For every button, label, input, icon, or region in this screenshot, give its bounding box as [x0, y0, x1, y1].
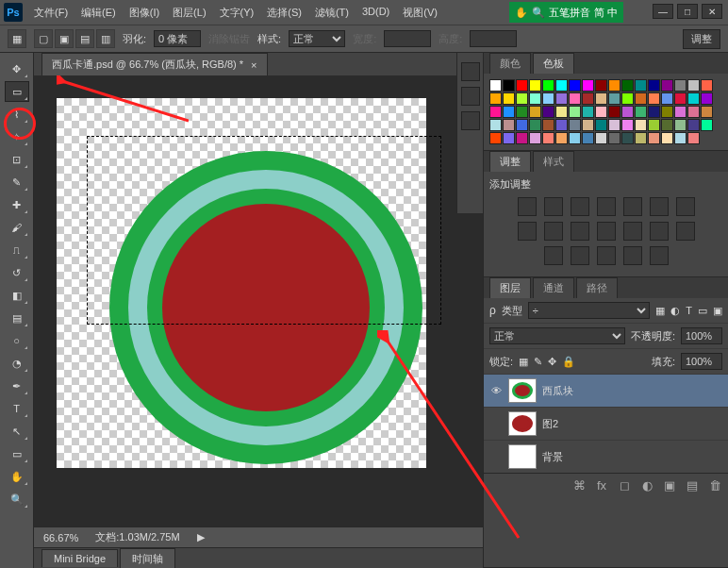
swatch[interactable]: [674, 132, 687, 144]
panel-tab[interactable]: 图层: [489, 277, 531, 298]
swatch[interactable]: [635, 106, 647, 118]
tool-history[interactable]: ↺: [5, 262, 29, 283]
swatch[interactable]: [503, 92, 515, 105]
swatch[interactable]: [542, 119, 554, 131]
adjustment-icon[interactable]: [571, 197, 589, 216]
swatch[interactable]: [648, 132, 660, 144]
swatch[interactable]: [661, 79, 673, 92]
swatch[interactable]: [595, 132, 607, 144]
swatch[interactable]: [569, 79, 581, 92]
swatch[interactable]: [595, 119, 607, 131]
adjustment-icon[interactable]: [597, 222, 616, 241]
panel-tab[interactable]: 通道: [533, 277, 574, 298]
swatch[interactable]: [635, 92, 647, 105]
swatch[interactable]: [608, 92, 620, 105]
layer-mask-icon[interactable]: ◻: [617, 477, 632, 493]
swatch[interactable]: [635, 119, 647, 131]
adjustment-icon[interactable]: [597, 197, 616, 216]
swatch[interactable]: [529, 119, 541, 131]
swatch[interactable]: [555, 92, 568, 105]
swatch[interactable]: [701, 106, 713, 118]
menu-item[interactable]: 文件(F): [28, 3, 74, 23]
swatch[interactable]: [608, 119, 620, 131]
swatch[interactable]: [582, 132, 594, 144]
adjustment-icon[interactable]: [676, 222, 695, 241]
tool-pen[interactable]: ✒: [5, 376, 29, 396]
swatch[interactable]: [661, 132, 673, 144]
swatch[interactable]: [621, 106, 634, 118]
adjustment-icon[interactable]: [518, 222, 537, 241]
fill-input[interactable]: [681, 353, 722, 370]
swatch[interactable]: [555, 106, 568, 118]
adjustment-icon[interactable]: [597, 246, 616, 265]
zoom-level[interactable]: 66.67%: [43, 532, 78, 543]
tool-heal[interactable]: ✚: [5, 194, 29, 215]
swatch[interactable]: [582, 106, 594, 118]
adjustment-icon[interactable]: [650, 222, 669, 241]
panel-tab[interactable]: 颜色: [489, 53, 531, 74]
new-layer-icon[interactable]: ▤: [685, 477, 700, 493]
document-tab[interactable]: 西瓜卡通.psd @ 66.7% (西瓜块, RGB/8) * ×: [41, 53, 268, 75]
menu-item[interactable]: 图像(I): [124, 3, 165, 23]
layer-thumbnail[interactable]: [508, 378, 537, 403]
close-icon[interactable]: ×: [251, 59, 256, 71]
adjustment-icon[interactable]: [623, 246, 642, 265]
lock-all-icon[interactable]: 🔒: [562, 356, 575, 368]
group-icon[interactable]: ▣: [662, 477, 677, 493]
swatch[interactable]: [529, 92, 541, 105]
strip-icon-3[interactable]: [461, 111, 480, 130]
swatch[interactable]: [621, 119, 634, 131]
swatch[interactable]: [595, 92, 607, 105]
minimize-button[interactable]: —: [653, 4, 673, 19]
tool-blur[interactable]: ○: [5, 330, 29, 351]
swatch[interactable]: [661, 106, 673, 118]
selection-subtract-icon[interactable]: ▤: [75, 29, 94, 48]
tool-crop[interactable]: ⊡: [5, 149, 29, 170]
canvas[interactable]: [57, 98, 426, 468]
swatch[interactable]: [687, 92, 700, 105]
lock-transparent-icon[interactable]: ▦: [519, 356, 528, 368]
swatch[interactable]: [503, 132, 515, 144]
swatch[interactable]: [516, 119, 528, 131]
swatch[interactable]: [674, 106, 687, 118]
selection-add-icon[interactable]: ▣: [55, 29, 74, 48]
tool-stamp[interactable]: ⎍: [5, 240, 29, 260]
tool-zoom[interactable]: 🔍: [5, 489, 29, 510]
ime-indicator[interactable]: ✋ 🔍 五笔拼音 简 中: [509, 2, 623, 23]
swatch[interactable]: [542, 106, 554, 118]
swatch[interactable]: [648, 119, 660, 131]
swatch[interactable]: [661, 119, 673, 131]
panel-tab[interactable]: 样式: [533, 151, 574, 172]
swatch[interactable]: [608, 106, 620, 118]
close-button[interactable]: ✕: [702, 4, 722, 19]
swatch[interactable]: [489, 119, 502, 131]
adjustment-icon[interactable]: [650, 197, 669, 216]
panel-tab[interactable]: 路径: [576, 277, 618, 298]
feather-input[interactable]: [154, 30, 201, 47]
layer-item[interactable]: 图2: [484, 407, 728, 440]
swatch[interactable]: [582, 92, 594, 105]
swatch[interactable]: [687, 79, 700, 92]
adjustment-icon[interactable]: [544, 197, 563, 216]
layer-item[interactable]: 背景: [484, 440, 728, 473]
visibility-icon[interactable]: 👁: [489, 385, 503, 396]
tool-marquee[interactable]: ▭: [5, 81, 29, 102]
layer-item[interactable]: 👁西瓜块: [484, 374, 728, 407]
swatch[interactable]: [516, 132, 528, 144]
swatch[interactable]: [489, 106, 502, 118]
tool-hand[interactable]: ✋: [5, 466, 29, 487]
lock-pixels-icon[interactable]: ✎: [534, 356, 542, 368]
tool-path[interactable]: ↖: [5, 421, 29, 442]
adjustment-icon[interactable]: [571, 222, 589, 241]
smart-filter-icon[interactable]: ▣: [713, 305, 722, 317]
adjustment-icon[interactable]: [676, 197, 695, 216]
swatch[interactable]: [635, 132, 647, 144]
type-filter-icon[interactable]: T: [686, 305, 692, 316]
layer-thumbnail[interactable]: [508, 411, 537, 436]
swatch[interactable]: [621, 132, 634, 144]
swatch[interactable]: [569, 119, 581, 131]
swatch[interactable]: [661, 92, 673, 105]
bottom-tab[interactable]: 时间轴: [120, 548, 175, 569]
swatch[interactable]: [621, 92, 634, 105]
tool-eraser[interactable]: ◧: [5, 285, 29, 306]
